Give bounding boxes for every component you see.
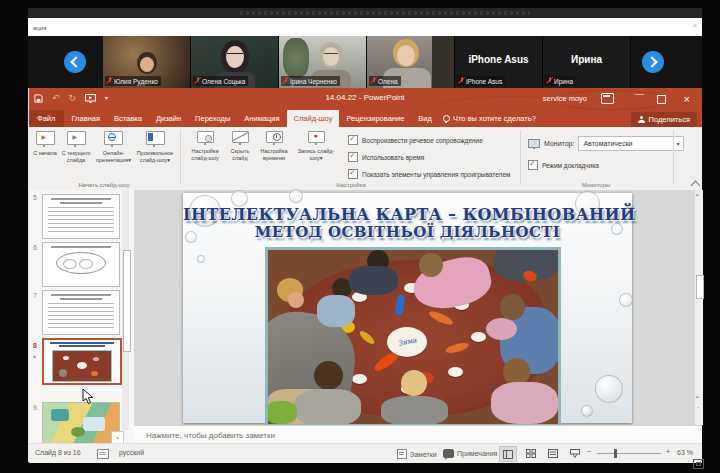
tab-file[interactable]: Файл	[28, 110, 64, 127]
notes-pane[interactable]: Нажмите, чтобы добавить заметки	[134, 425, 702, 444]
present-online-button[interactable]: Онлайн-презентация▾	[95, 131, 132, 164]
slide-area-scrollbar[interactable]: ▴ ▴ ⌄	[694, 190, 703, 425]
photo-child-body	[317, 295, 355, 326]
thumbnail-scrollbar[interactable]	[122, 190, 129, 430]
slide-sorter-view-button[interactable]	[523, 446, 539, 460]
setup-slideshow-button[interactable]: Настройка слайд-шоу	[186, 131, 224, 162]
slide-thumbnail-panel: 5 6 7 8 ✶	[29, 190, 135, 443]
slide-number-current: 8	[33, 342, 37, 349]
participant-video[interactable]: Юлия Руденко	[103, 36, 191, 88]
checkbox-checked-icon	[348, 152, 358, 162]
group-separator	[673, 130, 674, 184]
account-name[interactable]: service moyo	[543, 94, 587, 103]
zoom-out-button[interactable]: −	[587, 448, 591, 455]
participant-face	[140, 57, 154, 72]
from-beginning-button[interactable]: ▶ С начала	[32, 131, 58, 157]
participant-name-label: Олена Соцька	[193, 76, 248, 86]
zoom-level[interactable]: 63 %	[677, 449, 693, 456]
hide-slide-icon	[232, 131, 249, 143]
zoom-slider-knob[interactable]	[614, 449, 617, 458]
show-media-controls-checkbox[interactable]: Показать элементы управления проигрывате…	[348, 169, 510, 179]
fit-slide-to-window-button[interactable]	[693, 459, 704, 469]
participant-face	[226, 46, 244, 68]
participant-video[interactable]: Олена Соцька	[191, 36, 279, 88]
next-participants-button[interactable]	[642, 51, 664, 73]
from-current-slide-button[interactable]: ▶ С текущего слайда	[60, 131, 92, 164]
scrollbar-thumb[interactable]	[696, 275, 704, 299]
slide-thumbnail-6[interactable]	[42, 242, 120, 287]
slide-thumbnail-9[interactable]	[42, 402, 120, 443]
ribbon-display-options-icon[interactable]	[601, 93, 614, 104]
slide-number: 5	[33, 194, 37, 201]
slideshow-view-button[interactable]	[567, 446, 583, 460]
mic-muted-icon	[195, 77, 200, 85]
bubble-decoration	[595, 375, 623, 403]
restore-button[interactable]	[657, 95, 666, 106]
tab-transitions[interactable]: Переходы	[188, 110, 237, 127]
group-label-start-slideshow: Начать слайд-шоу	[32, 182, 176, 188]
slideshow-screen-icon: ▶	[67, 131, 86, 145]
participant-video[interactable]: Ірина Черненко	[279, 36, 367, 88]
slideshow-screen-icon: ▶	[36, 131, 55, 145]
dropdown-caret-icon: ▾	[167, 157, 170, 163]
tab-insert[interactable]: Вставка	[107, 110, 149, 127]
tell-me-box[interactable]: Что вы хотите сделать?	[439, 110, 542, 127]
tab-review[interactable]: Рецензирование	[339, 110, 411, 127]
next-slide-icon[interactable]: ⌄	[696, 404, 700, 409]
share-button[interactable]: Поделиться	[631, 112, 697, 127]
participant-name-label: Олена	[369, 76, 401, 86]
participant-video[interactable]: iPhone Asus iPhone Asus	[455, 36, 543, 88]
hide-slide-button[interactable]: Скрыть слайд	[226, 131, 254, 162]
scrollbar-thumb[interactable]	[123, 250, 131, 352]
spellcheck-icon[interactable]	[97, 449, 109, 459]
photo-node	[352, 374, 367, 384]
tab-design[interactable]: Дизайн	[149, 110, 188, 127]
slide-thumbnail-7[interactable]	[42, 290, 120, 335]
tab-animations[interactable]: Анимация	[237, 110, 286, 127]
slide-photo[interactable]: Зима	[265, 247, 561, 427]
slide-thumbnail-5[interactable]	[42, 194, 120, 239]
participant-glasses	[324, 53, 338, 57]
participant-face	[397, 45, 415, 66]
participant-video[interactable]: Ирина Ирина	[543, 36, 631, 88]
comments-toggle-button[interactable]: Примечания	[443, 449, 497, 458]
close-icon[interactable]: ×	[693, 22, 697, 29]
rehearse-timings-button[interactable]: Настройка времени	[256, 131, 292, 162]
participant-video[interactable]: Олена	[367, 36, 455, 88]
previous-slide-icon[interactable]: ▴	[696, 394, 699, 399]
participant-name-label: Юлия Руденко	[105, 76, 161, 86]
close-button[interactable]: ×	[684, 93, 690, 105]
reading-view-button[interactable]	[545, 446, 561, 460]
presenter-view-checkbox[interactable]: Режим докладчика	[528, 160, 599, 170]
photo-green-object	[265, 401, 297, 424]
bubble-decoration	[289, 189, 303, 203]
previous-participants-button[interactable]	[64, 51, 86, 73]
scroll-up-icon[interactable]: ▴	[696, 192, 699, 197]
notes-toggle-button[interactable]: Заметки	[397, 449, 437, 459]
group-label-setup: Настройка	[186, 182, 516, 188]
normal-view-button[interactable]	[499, 446, 517, 462]
play-narrations-checkbox[interactable]: Воспроизвести речевое сопровождение	[348, 135, 483, 145]
record-slideshow-button[interactable]: ● Запись слайд-шоу▾	[294, 131, 338, 162]
monitor-dropdown[interactable]: Автоматически ▾	[578, 136, 684, 151]
participant-name-label: Ірина Черненко	[281, 76, 340, 86]
custom-slideshow-button[interactable]: Произвольное слайд-шоу▾	[134, 131, 176, 164]
ribbon: ▶ С начала ▶ С текущего слайда Онлайн-пр…	[28, 127, 702, 191]
use-timings-checkbox[interactable]: Использовать время	[348, 152, 424, 162]
tab-view[interactable]: Вид	[411, 110, 439, 127]
group-label-monitors: Мониторы	[522, 182, 670, 188]
tab-home[interactable]: Главная	[64, 110, 107, 127]
slide-thumbnail-8-selected[interactable]	[42, 338, 122, 385]
ribbon-tab-row: Файл Главная Вставка Дизайн Переходы Ани…	[28, 110, 702, 127]
zoom-window-title: ация	[33, 25, 46, 31]
photo-child-body	[294, 389, 361, 426]
zoom-window-titlebar: ация ×	[28, 18, 702, 36]
plant	[283, 38, 309, 78]
zoom-slider[interactable]	[597, 453, 661, 454]
zoom-in-button[interactable]: +	[666, 448, 670, 455]
minimize-button[interactable]: —	[635, 89, 644, 99]
notes-icon	[397, 449, 407, 459]
language-indicator[interactable]: русский	[119, 449, 144, 456]
tab-slideshow[interactable]: Слайд-шоу	[287, 110, 340, 127]
checkbox-checked-icon	[528, 160, 538, 170]
